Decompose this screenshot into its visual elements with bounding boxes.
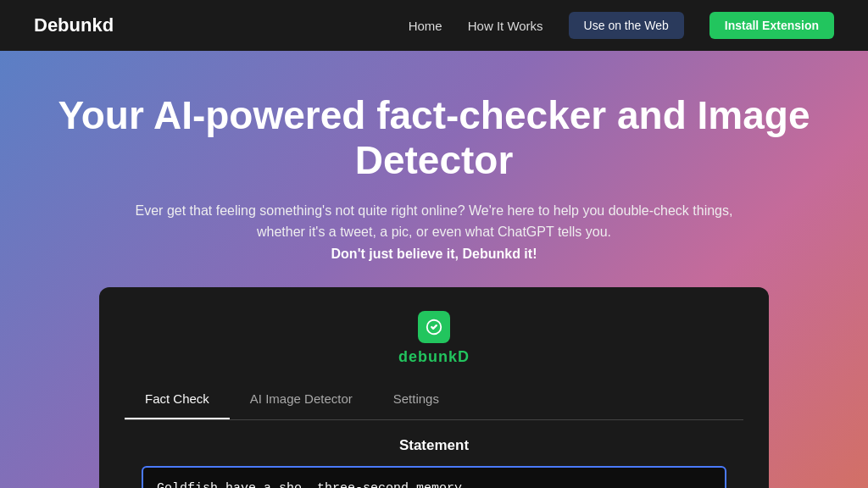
hero-tagline: Don't just believe it, Debunkd it! — [331, 247, 537, 262]
tab-fact-check[interactable]: Fact Check — [125, 385, 230, 419]
app-tabs: Fact Check AI Image Detector Settings — [125, 385, 743, 420]
tab-ai-image-detector[interactable]: AI Image Detector — [230, 385, 373, 419]
nav-links: Home How It Works Use on the Web Install… — [409, 12, 834, 39]
use-on-web-button[interactable]: Use on the Web — [569, 12, 684, 39]
install-extension-button[interactable]: Install Extension — [709, 12, 834, 39]
statement-input[interactable] — [142, 466, 726, 488]
app-logo-icon — [418, 311, 450, 343]
nav-logo: Debunkd — [34, 14, 114, 36]
hero-subtitle: Ever get that feeling something's not qu… — [129, 200, 739, 243]
checkmark-icon — [425, 318, 443, 336]
app-logo-area: debunkD — [398, 311, 470, 366]
app-content-area: Statement — [125, 420, 743, 488]
app-logo-text: debunkD — [398, 348, 470, 366]
statement-label: Statement — [142, 437, 726, 454]
app-preview-card: debunkD Fact Check AI Image Detector Set… — [99, 287, 769, 488]
nav-how-it-works[interactable]: How It Works — [468, 19, 543, 33]
nav-home[interactable]: Home — [409, 19, 442, 33]
tab-settings[interactable]: Settings — [373, 385, 459, 419]
navbar: Debunkd Home How It Works Use on the Web… — [0, 0, 868, 51]
hero-title: Your AI-powered fact-checker and Image D… — [17, 93, 851, 183]
hero-section: Your AI-powered fact-checker and Image D… — [0, 51, 868, 488]
